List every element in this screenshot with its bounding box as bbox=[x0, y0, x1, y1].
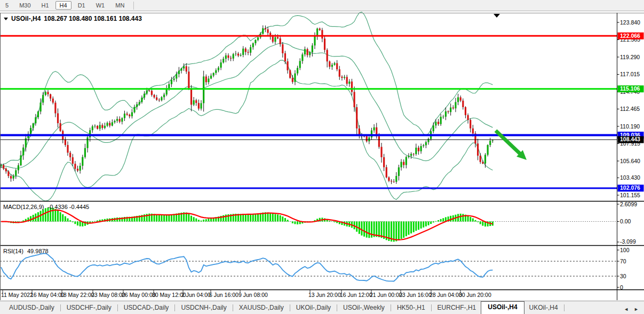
svg-text:2 Jun 04:00: 2 Jun 04:00 bbox=[181, 292, 211, 298]
tab-divider bbox=[233, 304, 233, 311]
svg-text:11 May 2022: 11 May 2022 bbox=[1, 292, 33, 298]
svg-text:103.430: 103.430 bbox=[620, 174, 640, 181]
tab-usoil-weekly[interactable]: USOil-,Weekly bbox=[338, 302, 389, 314]
svg-text:30 Jun 20:00: 30 Jun 20:00 bbox=[459, 292, 491, 298]
chart-title: USOil-,H4 108.267 108.480 108.161 108.44… bbox=[4, 15, 142, 22]
tab-ukoil-daily[interactable]: UKOil-,Daily bbox=[291, 302, 336, 314]
svg-text:9 Jun 08:00: 9 Jun 08:00 bbox=[238, 292, 268, 298]
chart-tabbar: AUDUSD-,DailyUSDCHF-,DailyUSDCAD-,DailyU… bbox=[0, 301, 644, 314]
tab-usdcad-daily[interactable]: USDCAD-,Daily bbox=[119, 302, 174, 314]
rsi-value: 49.9878 bbox=[27, 248, 49, 254]
tab-divider bbox=[564, 304, 565, 311]
tab-usoil-h4[interactable]: USOil-,H4 bbox=[481, 301, 524, 314]
svg-text:70: 70 bbox=[620, 258, 626, 264]
svg-text:0: 0 bbox=[620, 284, 623, 291]
svg-text:101.155: 101.155 bbox=[620, 192, 640, 198]
tab-scroll-right-icon[interactable]: ► bbox=[634, 307, 639, 312]
macd-values: -0.4336 -0.4445 bbox=[47, 204, 89, 210]
macd-indicator-label: MACD(12,26,9) -0.4336 -0.4445 bbox=[3, 204, 89, 210]
svg-text:26 May 00:00: 26 May 00:00 bbox=[122, 292, 156, 298]
svg-text:123.840: 123.840 bbox=[620, 19, 640, 26]
tab-eurchf-h1[interactable]: EURCHF-,H1 bbox=[433, 302, 481, 314]
svg-text:119.290: 119.290 bbox=[620, 54, 640, 60]
svg-text:30: 30 bbox=[620, 273, 626, 279]
svg-text:122.066: 122.066 bbox=[620, 33, 640, 39]
svg-text:102.076: 102.076 bbox=[620, 184, 640, 191]
svg-text:105.640: 105.640 bbox=[620, 158, 640, 164]
tab-divider bbox=[117, 304, 118, 311]
chart-ohlc-values: 108.267 108.480 108.161 108.443 bbox=[44, 15, 142, 22]
svg-text:21 Jun 00:00: 21 Jun 00:00 bbox=[370, 292, 402, 298]
svg-text:6 Jun 16:00: 6 Jun 16:00 bbox=[209, 292, 238, 298]
svg-text:18 May 22:00: 18 May 22:00 bbox=[60, 292, 94, 298]
tab-scroll-left-icon[interactable]: ◄ bbox=[624, 307, 629, 312]
tab-hk50-h1[interactable]: HK50-,H1 bbox=[392, 302, 430, 314]
chart-symbol: USOil-,H4 bbox=[11, 15, 41, 22]
svg-text:23 Jun 16:00: 23 Jun 16:00 bbox=[399, 292, 432, 298]
svg-text:2.6099: 2.6099 bbox=[620, 201, 637, 207]
tab-divider bbox=[60, 304, 61, 311]
horizontal-lines[interactable] bbox=[0, 36, 617, 188]
rsi-name: RSI(14) bbox=[3, 248, 23, 254]
tab-usdchf-daily[interactable]: USDCHF-,Daily bbox=[62, 302, 116, 314]
rsi-indicator-label: RSI(14) 49.9878 bbox=[3, 248, 49, 254]
macd-panel bbox=[0, 207, 617, 241]
svg-text:-3.099: -3.099 bbox=[620, 238, 636, 245]
tab-divider bbox=[337, 304, 337, 311]
svg-text:117.015: 117.015 bbox=[620, 71, 640, 77]
symbol-dropdown-icon[interactable] bbox=[4, 18, 8, 20]
tab-xauusd-daily[interactable]: XAUUSD-,Daily bbox=[234, 302, 289, 314]
candles bbox=[0, 26, 494, 184]
svg-text:23 May 08:00: 23 May 08:00 bbox=[91, 292, 125, 298]
svg-text:13 Jun 20:00: 13 Jun 20:00 bbox=[308, 292, 341, 298]
svg-text:108.443: 108.443 bbox=[620, 136, 640, 142]
chart-shift-marker-icon bbox=[494, 14, 500, 18]
tab-divider bbox=[290, 304, 290, 311]
svg-text:112.465: 112.465 bbox=[620, 106, 640, 112]
svg-text:16 Jun 12:00: 16 Jun 12:00 bbox=[340, 292, 372, 298]
rsi-panel bbox=[0, 253, 617, 281]
svg-text:110.190: 110.190 bbox=[620, 123, 640, 130]
tab-usdcnh-daily[interactable]: USDCNH-,Daily bbox=[176, 302, 231, 314]
svg-text:100: 100 bbox=[620, 247, 630, 253]
tab-divider bbox=[431, 304, 432, 311]
bollinger-bands bbox=[1, 12, 492, 201]
chart-plot-area[interactable]: 123.840121.565119.290117.015114.740112.4… bbox=[0, 0, 644, 301]
tab-scroll-arrows: ◄► bbox=[624, 307, 639, 312]
trading-terminal-window: 5M30H1H4D1W1MN 123.840121.565119.290117.… bbox=[0, 0, 644, 314]
price-axis: 123.840121.565119.290117.015114.740112.4… bbox=[617, 19, 641, 291]
tab-ukoil-h4[interactable]: UKOil-,H4 bbox=[524, 302, 563, 314]
tab-divider bbox=[391, 304, 391, 311]
svg-text:115.106: 115.106 bbox=[620, 85, 640, 92]
macd-name: MACD(12,26,9) bbox=[3, 204, 44, 210]
tab-audusd-daily[interactable]: AUDUSD-,Daily bbox=[4, 302, 59, 314]
date-axis: 11 May 202216 May 04:0018 May 22:0023 Ma… bbox=[1, 290, 491, 298]
panel-borders bbox=[0, 13, 644, 300]
svg-text:28 Jun 04:00: 28 Jun 04:00 bbox=[430, 292, 462, 298]
tab-divider bbox=[174, 304, 175, 311]
svg-text:16 May 04:00: 16 May 04:00 bbox=[30, 292, 65, 298]
svg-text:0.00: 0.00 bbox=[620, 218, 631, 224]
rsi-line bbox=[1, 253, 492, 281]
